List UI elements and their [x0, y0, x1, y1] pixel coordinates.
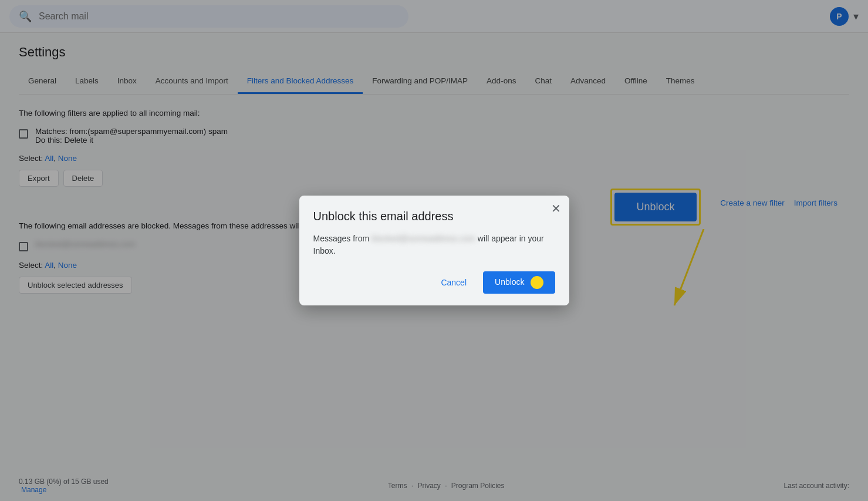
modal-unblock-label: Unblock — [495, 277, 525, 287]
modal: ✕ Unblock this email address Messages fr… — [299, 196, 569, 305]
modal-unblock-button[interactable]: Unblock — [483, 271, 555, 294]
modal-overlay: ✕ Unblock this email address Messages fr… — [0, 0, 868, 501]
modal-blurred-email: blocked@someaddress.com — [371, 233, 475, 245]
modal-actions: Cancel Unblock — [313, 271, 555, 294]
modal-body: Messages from blocked@someaddress.com wi… — [313, 233, 555, 257]
yellow-dot-indicator — [531, 276, 543, 289]
modal-cancel-button[interactable]: Cancel — [431, 273, 476, 292]
modal-title: Unblock this email address — [313, 210, 555, 223]
modal-close-button[interactable]: ✕ — [551, 203, 561, 214]
modal-body-prefix: Messages from — [313, 234, 370, 243]
